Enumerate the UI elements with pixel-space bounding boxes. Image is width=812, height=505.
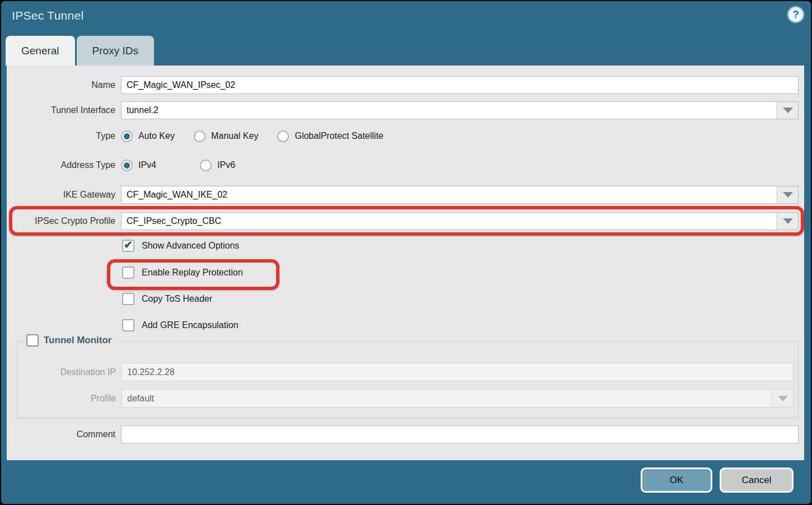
chevron-down-icon <box>783 107 793 113</box>
tunnel-interface-field <box>121 101 799 119</box>
tunnel-monitor-label: Tunnel Monitor <box>44 335 112 346</box>
name-row: Name <box>7 76 799 94</box>
profile-field <box>122 389 794 408</box>
ike-gateway-input[interactable] <box>122 186 777 203</box>
name-input[interactable] <box>122 77 798 93</box>
profile-row: Profile <box>17 389 794 408</box>
chevron-down-icon <box>778 396 788 401</box>
profile-label: Profile <box>17 394 116 404</box>
profile-dropdown-button <box>772 390 793 407</box>
destination-ip-input <box>122 363 793 381</box>
type-option-auto-key[interactable]: Auto Key <box>121 130 175 142</box>
checkbox-icon[interactable] <box>122 293 134 305</box>
radio-icon <box>277 130 289 142</box>
tunnel-interface-dropdown-button[interactable] <box>777 102 798 119</box>
tab-proxy-ids[interactable]: Proxy IDs <box>77 36 154 66</box>
chevron-down-icon <box>783 192 793 198</box>
cancel-button[interactable]: Cancel <box>720 467 794 493</box>
checkbox-icon[interactable] <box>122 319 134 331</box>
radio-selected-icon <box>121 130 133 142</box>
radio-icon <box>194 130 206 142</box>
enable-replay-protection-row[interactable]: Enable Replay Protection <box>121 266 243 279</box>
ok-button[interactable]: OK <box>641 467 712 493</box>
type-option-globalprotect-satellite[interactable]: GlobalProtect Satellite <box>277 130 383 142</box>
comment-input[interactable] <box>122 426 798 443</box>
address-type-label: Address Type <box>7 160 115 170</box>
comment-field <box>121 425 799 443</box>
ipsec-crypto-profile-label: IPSec Crypto Profile <box>7 216 115 226</box>
tunnel-interface-row: Tunnel Interface <box>7 101 799 119</box>
ipsec-crypto-profile-field <box>121 212 799 230</box>
checkbox-checked-icon[interactable] <box>122 240 134 252</box>
destination-ip-row: Destination IP <box>17 363 794 381</box>
general-tab-panel: Name Tunnel Interface Type Auto Key <box>7 66 804 460</box>
ipsec-tunnel-dialog: IPSec Tunnel ? General Proxy IDs Name Tu… <box>0 0 812 505</box>
ipsec-crypto-profile-row: IPSec Crypto Profile <box>7 212 799 230</box>
add-gre-encapsulation-row[interactable]: Add GRE Encapsulation <box>121 319 239 332</box>
address-type-row: Address Type IPv4 IPv6 <box>7 158 799 172</box>
ike-gateway-field <box>121 186 799 204</box>
help-icon[interactable]: ? <box>788 7 804 22</box>
copy-tos-header-row[interactable]: Copy ToS Header <box>121 292 212 306</box>
address-type-option-ipv4[interactable]: IPv4 <box>121 160 156 171</box>
tab-general[interactable]: General <box>6 36 75 66</box>
destination-ip-label: Destination IP <box>17 367 116 377</box>
name-field <box>121 76 799 94</box>
radio-icon <box>200 160 212 171</box>
checkbox-icon[interactable] <box>122 266 134 279</box>
tunnel-monitor-legend: Tunnel Monitor <box>24 334 116 347</box>
show-advanced-options-row[interactable]: Show Advanced Options <box>121 239 239 252</box>
ike-gateway-dropdown-button[interactable] <box>777 186 798 203</box>
type-row: Type Auto Key Manual Key GlobalProtect S… <box>7 129 799 143</box>
type-option-manual-key[interactable]: Manual Key <box>194 130 259 142</box>
name-label: Name <box>7 80 115 90</box>
profile-input <box>122 390 772 407</box>
chevron-down-icon <box>783 218 793 224</box>
comment-label: Comment <box>7 429 115 439</box>
tab-bar: General Proxy IDs <box>6 36 156 66</box>
type-label: Type <box>7 131 115 141</box>
ipsec-crypto-profile-input[interactable] <box>122 213 777 230</box>
ike-gateway-row: IKE Gateway <box>7 186 799 204</box>
tunnel-monitor-fieldset: Tunnel Monitor Destination IP Profile <box>17 341 799 418</box>
tunnel-interface-input[interactable] <box>122 102 777 119</box>
address-type-option-ipv6[interactable]: IPv6 <box>200 160 235 171</box>
radio-selected-icon <box>121 160 133 171</box>
ipsec-crypto-profile-dropdown-button[interactable] <box>777 213 798 230</box>
destination-ip-field <box>122 363 794 381</box>
comment-row: Comment <box>7 425 799 443</box>
tunnel-monitor-checkbox[interactable] <box>26 334 39 347</box>
dialog-title: IPSec Tunnel <box>12 9 84 22</box>
tunnel-interface-label: Tunnel Interface <box>7 105 115 115</box>
ike-gateway-label: IKE Gateway <box>7 190 115 200</box>
